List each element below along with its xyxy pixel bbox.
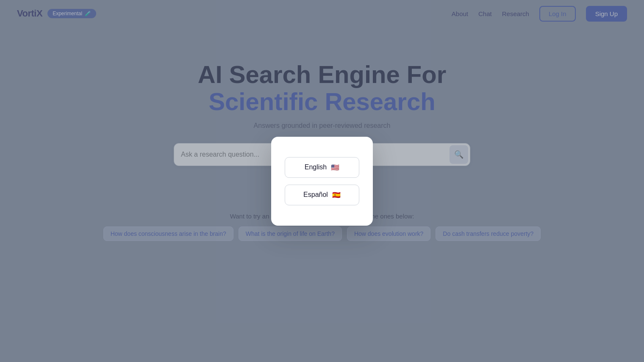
- spanish-label: Español: [303, 191, 328, 199]
- modal-overlay[interactable]: English 🇺🇸 Español 🇪🇸: [0, 0, 644, 362]
- english-language-button[interactable]: English 🇺🇸: [285, 157, 359, 178]
- english-label: English: [305, 163, 327, 171]
- language-modal: English 🇺🇸 Español 🇪🇸: [271, 137, 373, 226]
- spanish-language-button[interactable]: Español 🇪🇸: [285, 185, 359, 205]
- es-flag-icon: 🇪🇸: [332, 191, 341, 199]
- us-flag-icon: 🇺🇸: [331, 163, 339, 171]
